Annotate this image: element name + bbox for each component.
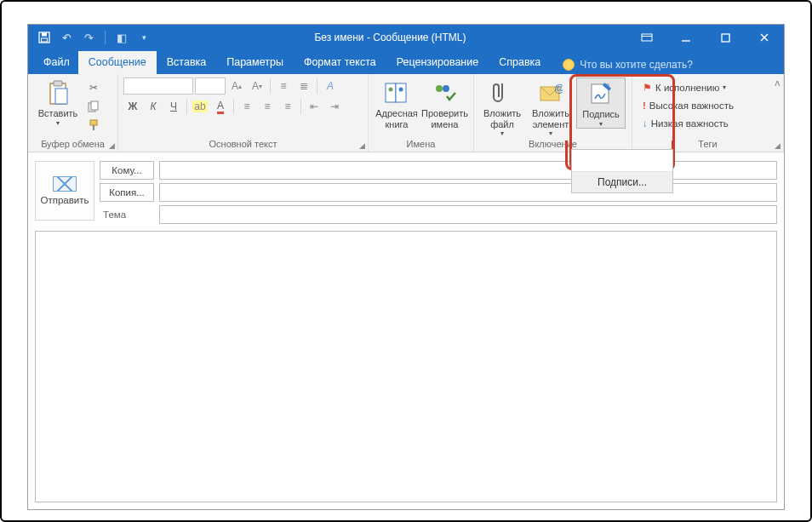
svg-rect-10 bbox=[54, 81, 62, 86]
high-importance-button[interactable]: ! Высокая важность bbox=[641, 97, 746, 114]
tab-options[interactable]: Параметры bbox=[216, 51, 294, 74]
low-importance-button[interactable]: ↓ Низкая важность bbox=[641, 115, 746, 132]
chevron-down-icon: ▾ bbox=[599, 120, 603, 128]
cc-button[interactable]: Копия... bbox=[100, 183, 154, 202]
high-importance-label: Высокая важность bbox=[649, 100, 734, 111]
minimize-button[interactable] bbox=[666, 25, 706, 50]
attach-file-button[interactable]: Вложить файл ▾ bbox=[479, 77, 525, 137]
send-label: Отправить bbox=[40, 195, 89, 205]
subject-label: Тема bbox=[100, 209, 154, 220]
attach-item-button[interactable]: @ Вложить элемент ▾ bbox=[527, 77, 575, 137]
font-size-select[interactable] bbox=[195, 77, 226, 95]
cut-icon[interactable]: ✂ bbox=[84, 79, 103, 96]
copy-icon[interactable] bbox=[84, 98, 103, 115]
low-importance-icon: ↓ bbox=[643, 118, 648, 129]
tab-insert[interactable]: Вставка bbox=[157, 51, 216, 74]
svg-rect-2 bbox=[42, 38, 48, 42]
svg-rect-1 bbox=[42, 33, 47, 37]
signatures-menu-item[interactable]: Подписи... bbox=[572, 172, 672, 192]
message-body[interactable] bbox=[35, 231, 777, 502]
send-button[interactable]: Отправить bbox=[35, 161, 94, 221]
tab-format[interactable]: Формат текста bbox=[294, 51, 386, 74]
svg-point-18 bbox=[388, 88, 392, 92]
font-group-label: Основной текст◢ bbox=[118, 138, 368, 152]
svg-rect-6 bbox=[722, 34, 729, 42]
clipboard-icon bbox=[44, 79, 71, 106]
font-color-icon[interactable]: A bbox=[211, 98, 230, 115]
check-names-icon bbox=[431, 79, 458, 106]
address-book-button[interactable]: Адресная книга bbox=[374, 77, 420, 129]
underline-button[interactable]: Ч bbox=[164, 98, 183, 115]
clear-formatting-icon[interactable]: A bbox=[321, 77, 340, 95]
envelope-icon bbox=[53, 176, 77, 192]
decrease-font-icon[interactable]: A▾ bbox=[248, 77, 266, 95]
ribbon-display-icon[interactable] bbox=[627, 25, 666, 50]
tab-help[interactable]: Справка bbox=[489, 51, 551, 74]
ribbon: Вставить ▾ ✂ Буфер обмена◢ bbox=[28, 74, 784, 152]
chevron-down-icon: ▾ bbox=[500, 129, 504, 137]
increase-font-icon[interactable]: A▴ bbox=[227, 77, 246, 95]
align-center-icon[interactable]: ≡ bbox=[258, 98, 277, 115]
follow-up-button[interactable]: ⚑ К исполнению ▾ bbox=[641, 79, 746, 96]
undo-icon[interactable]: ↶ bbox=[57, 28, 76, 47]
cc-input[interactable] bbox=[159, 183, 777, 202]
subject-input[interactable] bbox=[159, 205, 777, 224]
paperclip-icon bbox=[489, 79, 516, 106]
italic-button[interactable]: К bbox=[144, 98, 163, 115]
tell-me[interactable]: Что вы хотите сделать? bbox=[558, 55, 698, 74]
clipboard-group-label: Буфер обмена◢ bbox=[28, 138, 117, 152]
svg-point-20 bbox=[436, 85, 443, 92]
svg-rect-17 bbox=[396, 83, 406, 102]
low-importance-label: Низкая важность bbox=[651, 118, 729, 129]
redo-icon[interactable]: ↷ bbox=[79, 28, 98, 47]
align-right-icon[interactable]: ≡ bbox=[278, 98, 297, 115]
attach-file-label: Вложить файл bbox=[479, 108, 525, 129]
svg-rect-16 bbox=[386, 83, 396, 102]
check-names-button[interactable]: Проверить имена bbox=[421, 77, 468, 129]
tab-review[interactable]: Рецензирование bbox=[386, 51, 489, 74]
attach-item-icon: @ bbox=[537, 79, 564, 106]
qat-customize-icon[interactable]: ▾ bbox=[134, 28, 153, 47]
paste-label: Вставить bbox=[38, 108, 78, 119]
high-importance-icon: ! bbox=[643, 100, 646, 111]
dialog-launcher-icon[interactable]: ◢ bbox=[359, 141, 365, 150]
bulb-icon bbox=[563, 59, 575, 71]
svg-rect-14 bbox=[90, 120, 97, 125]
increase-indent-icon[interactable]: ⇥ bbox=[325, 98, 344, 115]
address-book-icon bbox=[383, 79, 410, 106]
save-icon[interactable] bbox=[35, 28, 54, 47]
bullets-icon[interactable]: ≡ bbox=[274, 77, 293, 95]
to-button[interactable]: Кому... bbox=[100, 161, 154, 180]
address-book-label: Адресная книга bbox=[374, 108, 420, 129]
window-title: Без имени - Сообщение (HTML) bbox=[153, 32, 627, 43]
tab-file[interactable]: Файл bbox=[35, 51, 78, 74]
bold-button[interactable]: Ж bbox=[123, 98, 142, 115]
maximize-button[interactable] bbox=[706, 25, 745, 50]
tab-message[interactable]: Сообщение bbox=[78, 51, 157, 74]
numbering-icon[interactable]: ≣ bbox=[294, 77, 313, 95]
signature-empty-area bbox=[572, 150, 672, 172]
attach-item-label: Вложить элемент bbox=[527, 108, 575, 129]
highlight-icon[interactable]: ab bbox=[191, 98, 209, 115]
touch-mode-icon[interactable]: ◧ bbox=[112, 28, 131, 47]
tell-me-label: Что вы хотите сделать? bbox=[580, 59, 693, 71]
chevron-down-icon: ▾ bbox=[723, 83, 726, 91]
dialog-launcher-icon[interactable]: ◢ bbox=[775, 141, 781, 150]
signature-dropdown: Подписи... bbox=[571, 149, 673, 193]
flag-icon: ⚑ bbox=[643, 82, 652, 94]
font-name-select[interactable] bbox=[123, 77, 193, 95]
close-button[interactable] bbox=[745, 25, 784, 50]
ribbon-tabs: Файл Сообщение Вставка Параметры Формат … bbox=[28, 50, 784, 74]
dialog-launcher-icon[interactable]: ◢ bbox=[109, 141, 115, 150]
svg-text:@: @ bbox=[554, 83, 563, 95]
svg-rect-13 bbox=[91, 101, 98, 110]
paste-button[interactable]: Вставить ▾ bbox=[33, 77, 83, 127]
svg-point-21 bbox=[443, 85, 449, 92]
align-left-icon[interactable]: ≡ bbox=[237, 98, 256, 115]
collapse-ribbon-icon[interactable]: ʌ bbox=[775, 77, 781, 89]
decrease-indent-icon[interactable]: ⇤ bbox=[305, 98, 323, 115]
names-group-label: Имена bbox=[369, 138, 473, 152]
signature-button[interactable]: Подпись ▾ bbox=[576, 77, 626, 129]
format-painter-icon[interactable] bbox=[84, 117, 103, 134]
to-input[interactable] bbox=[159, 161, 777, 180]
